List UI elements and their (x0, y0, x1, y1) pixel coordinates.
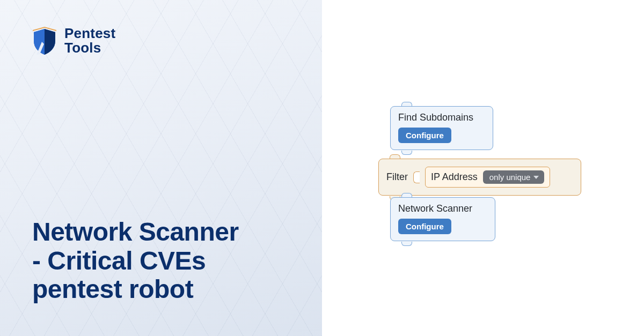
block-filter[interactable]: Filter IP Address only unique (378, 159, 581, 196)
headline-line1: Network Scanner (32, 218, 311, 247)
ip-address-label: IP Address (431, 171, 478, 183)
configure-button[interactable]: Configure (398, 128, 451, 143)
brand-name: Pentest Tools (64, 26, 115, 56)
block-title: Find Subdomains (398, 112, 485, 123)
brand-name-line2: Tools (64, 41, 115, 55)
block-find-subdomains[interactable]: Find Subdomains Configure (390, 106, 493, 150)
headline-line2: - Critical CVEs (32, 247, 311, 275)
block-connector-top (401, 193, 412, 197)
block-editor: Find Subdomains Configure Filter IP Addr… (378, 106, 609, 251)
block-connector-bottom (401, 151, 412, 155)
block-connector-top (401, 102, 412, 106)
filter-label: Filter (386, 171, 408, 183)
block-title: Network Scanner (398, 203, 487, 214)
block-connector-top (390, 154, 400, 159)
block-socket-icon (413, 171, 420, 183)
block-network-scanner[interactable]: Network Scanner Configure (390, 197, 495, 241)
shield-icon (32, 26, 57, 56)
configure-button[interactable]: Configure (398, 219, 451, 234)
brand-logo: Pentest Tools (32, 26, 115, 56)
page-title: Network Scanner - Critical CVEs pentest … (32, 218, 311, 304)
brand-name-line1: Pentest (64, 26, 115, 41)
filter-mode-value: only unique (489, 173, 531, 182)
block-ip-address[interactable]: IP Address only unique (425, 167, 550, 188)
filter-mode-dropdown[interactable]: only unique (483, 170, 545, 184)
headline-line3: pentest robot (32, 275, 311, 304)
hero-left-panel: Pentest Tools Network Scanner - Critical… (0, 0, 322, 336)
chevron-down-icon (533, 176, 539, 179)
block-connector-bottom (401, 242, 412, 246)
